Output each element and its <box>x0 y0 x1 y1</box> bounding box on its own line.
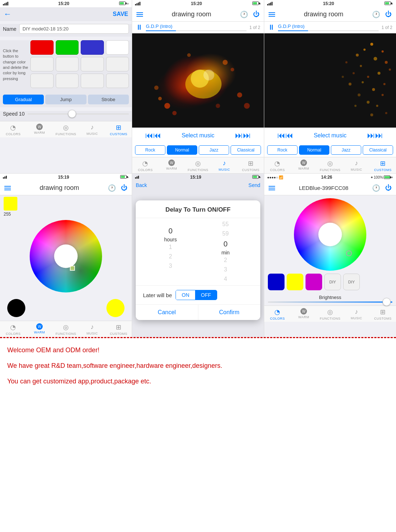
tab-colors-4[interactable]: ◔ COLORS <box>0 323 26 336</box>
power-icon-2[interactable]: ⏻ <box>253 11 260 18</box>
tab-music-2[interactable]: ♪ MUSIC <box>211 159 237 173</box>
alarm-icon-4[interactable]: 🕐 <box>108 184 116 192</box>
alarm-icon-2[interactable]: 🕐 <box>240 11 248 18</box>
toggle-off[interactable]: OFF <box>195 290 217 300</box>
later-label: Later will be <box>143 292 172 298</box>
hamburger-icon-6[interactable] <box>269 186 275 190</box>
wheel-container-6[interactable] <box>264 195 396 274</box>
pause-button-2[interactable]: ⏸ <box>136 23 143 32</box>
tab-functions-2[interactable]: ◎ FUNCTIONS <box>185 159 211 173</box>
speed-thumb[interactable] <box>68 110 76 118</box>
cancel-button[interactable]: Cancel <box>136 305 198 320</box>
genre-jazz-3[interactable]: Jazz <box>331 145 361 155</box>
color-swatch-white[interactable] <box>106 40 129 55</box>
wheel-gradient-6[interactable] <box>294 198 366 271</box>
wheel-cursor-4[interactable] <box>70 266 75 271</box>
swatch-blue-6[interactable] <box>268 274 285 290</box>
genre-rock-2[interactable]: Rock <box>135 145 165 155</box>
color-swatch-empty-3[interactable] <box>81 57 104 71</box>
brightness-track-6[interactable] <box>268 302 392 303</box>
color-swatch-empty-6[interactable] <box>56 74 79 88</box>
genre-normal-3[interactable]: Normal <box>299 145 329 155</box>
next-button-2[interactable]: ⏭⏭ <box>235 131 251 140</box>
color-swatch-green[interactable] <box>56 40 79 55</box>
tab-colors-2[interactable]: ◔ COLORS <box>132 159 159 173</box>
select-music-2[interactable]: Select music <box>182 132 215 139</box>
genre-jazz-2[interactable]: Jazz <box>199 145 229 155</box>
color-swatch-empty-7[interactable] <box>81 74 104 88</box>
alarm-icon-6[interactable]: 🕐 <box>372 184 380 192</box>
color-swatch-empty-5[interactable] <box>30 74 54 88</box>
color-grid[interactable] <box>30 40 129 88</box>
genre-classical-2[interactable]: Classical <box>231 145 261 155</box>
tab-music-4[interactable]: ♪ MUSIC <box>79 323 105 336</box>
color-wheel-6[interactable] <box>294 198 366 271</box>
wheel-cursor-6[interactable] <box>346 250 352 256</box>
tab-warm-6[interactable]: W WARM <box>291 307 317 321</box>
tab-music-6[interactable]: ♪ MUSIC <box>343 307 370 321</box>
tab-customs-6[interactable]: ⊞ CUSTOMS <box>370 307 396 321</box>
brightness-thumb-6[interactable] <box>383 298 391 306</box>
wheel-container-4[interactable] <box>0 217 132 295</box>
back-button[interactable]: ← <box>4 9 12 19</box>
alarm-icon-3[interactable]: 🕐 <box>372 11 380 18</box>
tab-music-1[interactable]: ♪ MUSIC <box>79 123 105 137</box>
tab-functions-4[interactable]: ◎ FUNCTIONS <box>53 323 79 336</box>
prev-button-3[interactable]: ⏮⏮ <box>277 131 293 140</box>
color-swatch-red[interactable] <box>30 40 54 55</box>
tab-colors-1[interactable]: ◔ COLORS <box>0 123 26 137</box>
tab-customs-2[interactable]: ⊞ CUSTOMS <box>237 159 264 173</box>
time-picker[interactable]: 0 hours 1 2 3 55 59 0 min 2 3 4 <box>136 218 260 285</box>
circle-yellow[interactable] <box>106 299 125 317</box>
wheel-gradient[interactable] <box>30 220 102 292</box>
swatch-diy-6b[interactable]: DIY <box>343 274 360 290</box>
color-swatch-blue[interactable] <box>81 40 104 55</box>
confirm-button[interactable]: Confirm <box>198 305 261 320</box>
tab-colors-6[interactable]: ◔ COLORS <box>264 307 291 321</box>
tab-warm-3[interactable]: W WARM <box>291 159 317 173</box>
toggle-on[interactable]: ON <box>176 290 195 300</box>
tab-customs-3[interactable]: ⊞ CUSTOMS <box>370 159 396 173</box>
color-swatch-empty-2[interactable] <box>56 57 79 71</box>
mode-strobe[interactable]: Strobe <box>88 95 129 104</box>
name-input[interactable] <box>19 24 129 34</box>
circle-black[interactable] <box>7 299 25 317</box>
tab-functions-6[interactable]: ◎ FUNCTIONS <box>317 307 344 321</box>
mode-gradual[interactable]: Gradual <box>3 95 44 104</box>
tab-warm-1[interactable]: W WARM <box>26 123 53 137</box>
select-music-3[interactable]: Select music <box>314 132 347 139</box>
swatch-purple-6[interactable] <box>306 274 322 290</box>
tab-functions-1[interactable]: ◎ FUNCTIONS <box>53 123 79 137</box>
next-button-3[interactable]: ⏭⏭ <box>367 131 383 140</box>
color-swatch-empty-8[interactable] <box>106 74 129 88</box>
tab-warm-4[interactable]: W WARM <box>26 323 53 336</box>
mode-jump[interactable]: Jump <box>45 95 86 104</box>
tab-customs-1[interactable]: ⊞ CUSTOMS <box>105 123 132 137</box>
genre-normal-2[interactable]: Normal <box>167 145 197 155</box>
power-icon-6[interactable]: ⏻ <box>385 184 392 192</box>
min-picker[interactable]: 55 59 0 min 2 3 4 <box>198 218 253 285</box>
speed-slider[interactable] <box>28 113 129 115</box>
tab-music-3[interactable]: ♪ MUSIC <box>343 159 370 173</box>
swatch-yellow-6[interactable] <box>287 274 303 290</box>
tab-functions-3[interactable]: ◎ FUNCTIONS <box>317 159 344 173</box>
hamburger-icon-2[interactable] <box>136 12 143 17</box>
color-swatch-empty-1[interactable] <box>30 57 54 71</box>
power-icon-3[interactable]: ⏻ <box>385 11 392 18</box>
pause-button-3[interactable]: ⏸ <box>268 23 275 32</box>
save-button[interactable]: SAVE <box>113 11 128 17</box>
tab-colors-3[interactable]: ◔ COLORS <box>264 159 291 173</box>
hours-picker[interactable]: 0 hours 1 2 3 <box>143 218 198 285</box>
color-swatch-empty-4[interactable] <box>106 57 129 71</box>
hamburger-icon-3[interactable] <box>269 12 275 17</box>
power-icon-4[interactable]: ⏻ <box>121 184 127 192</box>
tab-customs-4[interactable]: ⊞ CUSTOMS <box>105 323 132 336</box>
swatch-diy-6a[interactable]: DIY <box>324 274 341 290</box>
tab-warm-2[interactable]: W WARM <box>159 159 185 173</box>
hamburger-icon-4[interactable] <box>4 186 11 190</box>
genre-classical-3[interactable]: Classical <box>363 145 393 155</box>
color-wheel-4[interactable] <box>30 220 102 292</box>
prev-button-2[interactable]: ⏮⏮ <box>145 131 161 140</box>
toggle-group[interactable]: ON OFF <box>176 290 217 300</box>
genre-rock-3[interactable]: Rock <box>267 145 298 155</box>
